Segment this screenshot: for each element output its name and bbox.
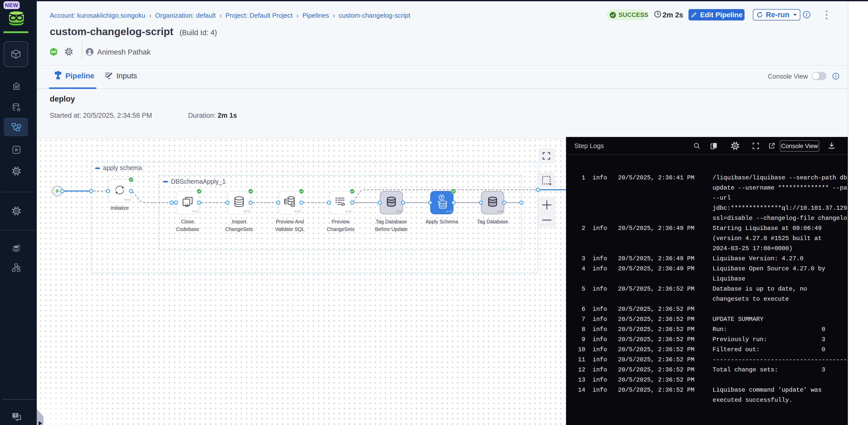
svg-text:Apply Schema: Apply Schema bbox=[426, 219, 459, 224]
svg-text:Codebase: Codebase bbox=[176, 226, 199, 232]
svg-text:Before Update: Before Update bbox=[375, 226, 408, 232]
svg-text:?: ? bbox=[14, 413, 17, 417]
svg-text:</>: </> bbox=[124, 198, 130, 202]
svg-text:Tag Database: Tag Database bbox=[477, 219, 508, 224]
svg-text:Import: Import bbox=[232, 219, 246, 224]
svg-text:Tag Database: Tag Database bbox=[376, 219, 407, 224]
svg-text:DBSchemaApply_1: DBSchemaApply_1 bbox=[171, 178, 226, 185]
svg-text:Validate SQL: Validate SQL bbox=[275, 226, 305, 232]
svg-text:</>: </> bbox=[446, 210, 452, 214]
svg-text:Preview And: Preview And bbox=[276, 219, 304, 224]
svg-text:</>: </> bbox=[396, 210, 402, 214]
svg-text:ChangeSets: ChangeSets bbox=[327, 226, 354, 232]
svg-text:apply schema: apply schema bbox=[103, 164, 142, 171]
svg-text:Clone: Clone bbox=[181, 219, 194, 224]
svg-text:Preview: Preview bbox=[332, 219, 350, 224]
svg-text:Initialize: Initialize bbox=[111, 205, 129, 211]
svg-text:</>: </> bbox=[192, 210, 198, 214]
svg-text:</>: </> bbox=[294, 210, 300, 214]
svg-text:</>: </> bbox=[497, 210, 503, 214]
svg-text:</>: </> bbox=[345, 210, 351, 214]
svg-text:</>: </> bbox=[244, 210, 249, 214]
svg-text:ChangeSets: ChangeSets bbox=[225, 226, 253, 232]
